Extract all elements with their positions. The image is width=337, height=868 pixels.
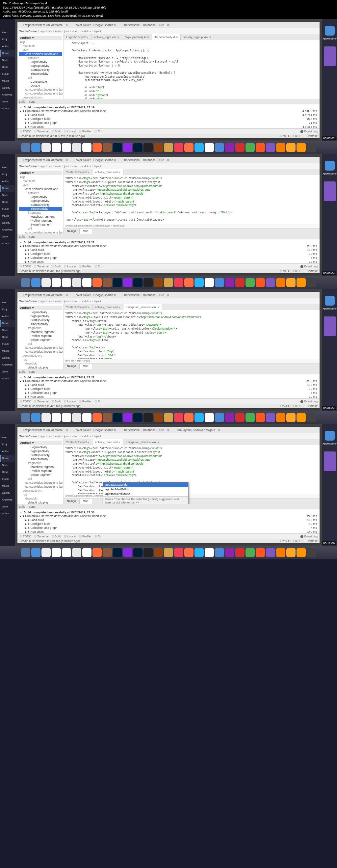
fb-nav-item[interactable]: Authe — [0, 448, 15, 455]
panel-tab[interactable]: Sync — [29, 370, 35, 373]
tree-item[interactable]: StartupActivity — [19, 68, 62, 72]
dock-app-9[interactable] — [113, 143, 122, 152]
dock-app-15[interactable] — [174, 143, 183, 152]
tool-tab[interactable]: ☰ Build — [51, 265, 62, 268]
dock-app-4[interactable] — [62, 278, 71, 287]
dock-app-12[interactable] — [143, 143, 153, 152]
dock-app-25[interactable] — [276, 278, 285, 287]
breadcrumb[interactable]: android.support.constraint.ConstraintLay… — [64, 224, 319, 228]
fb-nav-item[interactable]: Hosti — [0, 198, 15, 206]
dock-app-8[interactable] — [103, 413, 112, 422]
code-editor[interactable]: "attr">class="tag"><?xml "attr">version=… — [64, 175, 319, 224]
tool-tab[interactable]: ☰ Logcat — [64, 130, 76, 133]
dock-app-5[interactable] — [72, 413, 81, 422]
tree-item[interactable]: app — [19, 40, 62, 44]
tree-item[interactable]: com.devtides.tinderclone (androidTest) — [19, 88, 62, 92]
dock-app-13[interactable] — [154, 278, 163, 287]
dock-app-9[interactable] — [113, 413, 122, 422]
browser-tab[interactable]: Swipecards/item.xml at maste... × — [20, 428, 72, 432]
tree-item[interactable]: SignupActivity — [19, 199, 62, 203]
dock-app-24[interactable] — [266, 548, 275, 557]
tree-item[interactable]: com.devtides.tinderclone (androidTest) — [19, 481, 62, 485]
dock-app-5[interactable] — [72, 278, 81, 287]
tree-item[interactable]: MatchesFragment — [19, 215, 62, 219]
dock-app-7[interactable] — [93, 143, 102, 152]
dock-app-6[interactable] — [82, 143, 92, 152]
dock-app-20[interactable] — [225, 413, 234, 422]
tree-item[interactable]: SignupActivity — [19, 64, 62, 68]
dock-app-7[interactable] — [93, 548, 102, 557]
fb-nav-item[interactable]: Datab — [0, 320, 15, 327]
fb-nav-item[interactable]: Fire — [0, 29, 15, 36]
close-icon[interactable]: × — [87, 36, 88, 39]
tool-tab[interactable]: ☰ Run — [95, 265, 103, 268]
build-item[interactable]: ▸ ● Calculate task graph5 ms — [20, 391, 317, 395]
dock-app-10[interactable] — [123, 143, 132, 152]
dock-app-5[interactable] — [72, 548, 81, 557]
tree-item[interactable]: manifests — [19, 179, 62, 183]
build-item[interactable]: ▸ ● Configure build218 ms — [20, 117, 317, 121]
fb-nav-item[interactable]: ML Ki — [0, 483, 15, 489]
design-tab[interactable]: Design — [64, 499, 80, 504]
tree-item[interactable]: util — [19, 477, 62, 481]
fb-nav-item[interactable]: ML Ki — [0, 347, 15, 354]
dock-app-8[interactable] — [103, 143, 112, 152]
tree-item[interactable]: res — [19, 358, 62, 362]
editor-tab[interactable]: navigation_shadow.xml × — [124, 304, 162, 310]
dock-app-3[interactable] — [52, 413, 61, 422]
fb-nav-item[interactable]: Datab — [0, 455, 15, 462]
dock-app-10[interactable] — [123, 278, 132, 287]
event-log[interactable]: ⬤ Event Log — [300, 400, 317, 403]
dock-app-19[interactable] — [215, 278, 224, 287]
tree-item[interactable]: StartupActivity — [19, 318, 62, 322]
dock-app-14[interactable] — [164, 413, 173, 422]
dock-app-28[interactable] — [307, 413, 316, 422]
dock-app-28[interactable] — [307, 278, 316, 287]
breadcrumb[interactable]: android.support.constraint.ConstraintLay… — [64, 494, 319, 499]
tree-item[interactable]: LoginActivity — [19, 310, 62, 314]
tool-tab[interactable]: ☰ Run — [95, 535, 103, 538]
fb-nav-item[interactable]: Proj — [0, 171, 15, 178]
dock-app-24[interactable] — [266, 278, 275, 287]
dock-app-25[interactable] — [276, 548, 285, 557]
dock-app-16[interactable] — [184, 143, 194, 152]
tree-item[interactable]: com.devtides.tinderclone — [19, 52, 62, 56]
dock-app-21[interactable] — [235, 548, 244, 557]
fb-nav-item[interactable]: Quality — [0, 489, 15, 496]
tree-item[interactable]: com.devtides.tinderclone (androidTest) — [19, 230, 62, 234]
dock-app-28[interactable] — [307, 143, 316, 152]
tree-item[interactable]: StartupActivity — [19, 203, 62, 207]
phone-screen[interactable] — [324, 46, 336, 66]
dock-app-20[interactable] — [225, 143, 234, 152]
tree-item[interactable]: TinderActivity — [19, 207, 62, 211]
tree-item[interactable]: LoginActivity — [19, 445, 62, 449]
dock-app-27[interactable] — [297, 548, 306, 557]
dock-app-16[interactable] — [184, 548, 194, 557]
build-item[interactable]: ▸ ● Load build195 ms — [20, 248, 317, 252]
close-icon[interactable]: × — [158, 441, 159, 444]
dock-app-3[interactable] — [52, 278, 61, 287]
editor-tab[interactable]: SignupActivity.kt × — [122, 34, 152, 40]
fb-nav-item[interactable]: Grow — [0, 503, 15, 510]
dock-app-19[interactable] — [215, 548, 224, 557]
fb-nav-item[interactable]: Grow — [0, 233, 15, 240]
editor-tab[interactable]: TinderActivity.kt × — [64, 304, 93, 310]
fb-nav-item[interactable]: Proj — [0, 441, 15, 448]
tree-item[interactable]: com.devtides.tinderclone (androidTest) — [19, 346, 62, 350]
dock-app-14[interactable] — [164, 548, 173, 557]
tree-item[interactable]: generatedJava — [19, 489, 62, 493]
fb-nav-item[interactable]: Stora — [0, 327, 15, 334]
panel-tab[interactable]: Build — [19, 235, 25, 239]
dock-app-5[interactable] — [72, 143, 81, 152]
dock-app-13[interactable] — [154, 143, 163, 152]
dock-app-11[interactable] — [133, 278, 142, 287]
breadcrumb[interactable]: layer-list > item > shape — [64, 359, 319, 364]
dock-app-4[interactable] — [62, 143, 71, 152]
dock-app-0[interactable] — [21, 548, 30, 557]
tree-item[interactable]: util — [19, 342, 62, 346]
fb-nav-item[interactable]: Funct — [0, 206, 15, 212]
dock-app-22[interactable] — [245, 278, 255, 287]
apowermirror-icon[interactable] — [325, 296, 335, 306]
dock-app-2[interactable] — [41, 278, 51, 287]
dock-app-0[interactable] — [21, 143, 30, 152]
